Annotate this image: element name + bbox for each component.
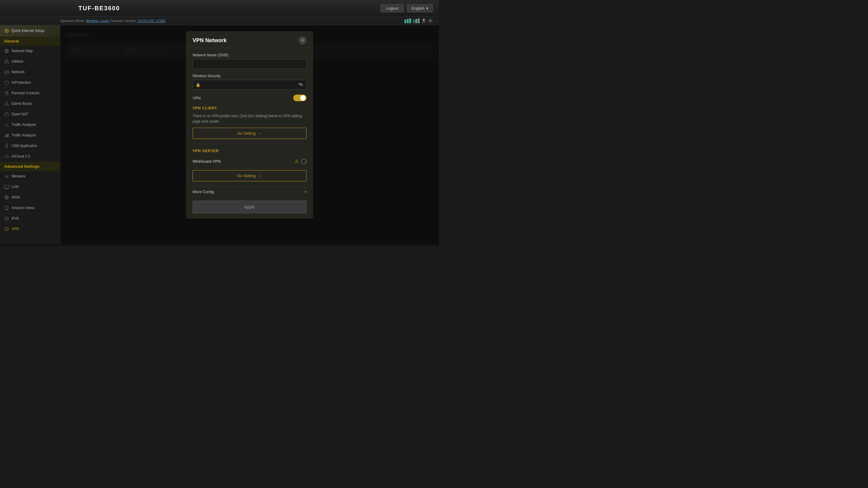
wireguard-vpn-item: WireGuard VPN ⚠ xyxy=(193,156,307,167)
svg-rect-38 xyxy=(6,144,7,147)
status-circle-icon xyxy=(301,159,307,164)
sidebar-item-adaptive-qos[interactable]: Traffic Analyzer xyxy=(0,120,60,130)
more-config-row[interactable]: More Config ▾ xyxy=(193,186,307,197)
svg-point-22 xyxy=(4,62,6,63)
sidebar-item-aimesh[interactable]: AiMesh xyxy=(0,56,60,67)
password-toggle-button[interactable] xyxy=(298,82,304,87)
network-status-icon-1 xyxy=(404,19,411,23)
svg-rect-33 xyxy=(5,113,8,116)
svg-point-9 xyxy=(423,19,425,21)
wireguard-status-icons: ⚠ xyxy=(294,158,307,164)
router-model: TUF-BE3600 xyxy=(79,5,120,12)
vpn-client-go-setting-button[interactable]: Go Setting → xyxy=(193,128,307,139)
game-boost-icon xyxy=(4,101,9,106)
toggle-knob xyxy=(300,95,306,101)
wireguard-vpn-label: WireGuard VPN xyxy=(193,159,221,164)
sidebar-item-wan[interactable]: WAN xyxy=(0,192,60,203)
aiprotection-icon xyxy=(4,80,9,85)
person-icon xyxy=(421,19,426,23)
svg-point-41 xyxy=(6,177,7,178)
status-bar: Operation Mode: Wireless_router Firmware… xyxy=(0,17,439,25)
svg-rect-12 xyxy=(430,22,431,23)
password-wrapper: 🔒 xyxy=(193,80,307,90)
network-status-icon-2 xyxy=(413,19,420,23)
aimesh-icon xyxy=(4,59,9,64)
modal-close-button[interactable]: ✕ xyxy=(299,36,307,44)
section-divider xyxy=(193,144,307,144)
svg-rect-42 xyxy=(4,185,9,188)
more-config-label: More Config xyxy=(193,190,214,194)
wireless-icon xyxy=(4,174,9,178)
main-layout: Quick Internet Setup General Network Map… xyxy=(0,25,439,244)
svg-point-30 xyxy=(5,92,7,93)
apply-button[interactable]: Apply xyxy=(193,201,307,213)
sidebar-item-traffic-analyzer[interactable]: Traffic Analyzer xyxy=(0,130,60,141)
sidebar-item-aiprotection[interactable]: AiProtection xyxy=(0,77,60,88)
logout-button[interactable]: Logout xyxy=(381,4,404,12)
sidebar-item-wireless[interactable]: Wireless xyxy=(0,171,60,182)
svg-rect-36 xyxy=(6,134,7,137)
sidebar: Quick Internet Setup General Network Map… xyxy=(0,25,60,244)
sidebar-item-network-map[interactable]: Network Map xyxy=(0,46,60,56)
network-icon xyxy=(4,70,9,74)
vpn-toggle-label: VPN xyxy=(193,96,201,100)
sidebar-item-parental-controls[interactable]: Parental Controls xyxy=(0,88,60,98)
sidebar-item-game-boost[interactable]: Game Boost xyxy=(0,98,60,109)
vpn-client-description: There is no VPN profile now. Click [Go S… xyxy=(193,113,307,124)
usb-application-icon xyxy=(4,143,9,148)
svg-rect-7 xyxy=(415,19,417,23)
svg-rect-8 xyxy=(418,19,420,23)
header: TUF-BE3600 Logout English ▾ xyxy=(0,0,439,17)
sidebar-item-network[interactable]: Network xyxy=(0,67,60,77)
network-name-input[interactable] xyxy=(193,59,307,69)
sidebar-item-open-nat[interactable]: Open NAT xyxy=(0,109,60,120)
quick-internet-setup-item[interactable]: Quick Internet Setup xyxy=(0,25,60,36)
sidebar-item-aicloud[interactable]: AiCloud 2.0 xyxy=(0,151,60,162)
svg-rect-14 xyxy=(432,21,433,21)
modal-body: Network Name (SSID) Wireless Security 🔒 xyxy=(187,48,313,218)
network-name-label: Network Name (SSID) xyxy=(193,53,307,57)
eye-slash-icon xyxy=(298,82,304,87)
vpn-client-section: VPN CLIENT There is no VPN profile now. … xyxy=(193,106,307,139)
operation-mode-info: Operation Mode: Wireless_router Firmware… xyxy=(60,19,165,23)
gear-icon[interactable] xyxy=(428,19,433,23)
sidebar-item-amazon-alexa[interactable]: Amazon Alexa xyxy=(0,203,60,213)
language-selector[interactable]: English ▾ xyxy=(407,4,433,12)
vpn-icon: VPN xyxy=(4,227,9,231)
sidebar-item-vpn[interactable]: VPN VPN xyxy=(0,224,60,234)
vpn-toggle-switch[interactable] xyxy=(293,95,307,101)
sidebar-item-ipv6[interactable]: IPv6 IPv6 xyxy=(0,213,60,224)
svg-rect-11 xyxy=(430,19,431,19)
status-icons xyxy=(404,19,433,23)
advanced-section-header: Advanced Settings xyxy=(0,162,60,171)
svg-rect-35 xyxy=(5,135,6,137)
vpn-server-go-setting-button[interactable]: Go Setting → xyxy=(193,170,307,181)
svg-text:IPv6: IPv6 xyxy=(5,218,8,220)
wan-icon xyxy=(4,195,9,200)
svg-rect-5 xyxy=(409,19,411,23)
network-name-group: Network Name (SSID) xyxy=(193,53,307,69)
modal-header: VPN Network ✕ xyxy=(187,32,313,48)
vpn-network-modal: VPN Network ✕ Network Name (SSID) Wirele… xyxy=(186,31,313,218)
main-content: Network 5GHz-1 ASUS_TUF_BE3600_5G 2.4GHz… xyxy=(60,25,439,244)
svg-point-21 xyxy=(6,60,7,61)
more-config-chevron: ▾ xyxy=(305,190,307,194)
sidebar-item-usb-application[interactable]: USB Application xyxy=(0,141,60,151)
parental-controls-icon xyxy=(4,91,9,96)
lan-icon xyxy=(4,184,9,189)
svg-rect-3 xyxy=(404,20,406,23)
vpn-server-header: VPN SERVER xyxy=(193,149,307,153)
svg-rect-13 xyxy=(428,21,429,21)
wireless-security-input[interactable] xyxy=(193,80,307,90)
svg-point-10 xyxy=(430,20,431,22)
ipv6-icon: IPv6 xyxy=(4,216,9,221)
vpn-client-header: VPN CLIENT xyxy=(193,106,307,110)
svg-marker-16 xyxy=(6,30,8,32)
svg-rect-6 xyxy=(413,20,415,23)
svg-rect-4 xyxy=(407,19,409,23)
sidebar-item-lan[interactable]: LAN xyxy=(0,182,60,192)
open-nat-icon xyxy=(4,112,9,117)
header-controls: Logout English ▾ xyxy=(381,4,433,12)
amazon-alexa-icon xyxy=(4,205,9,210)
general-section-header: General xyxy=(0,36,60,46)
